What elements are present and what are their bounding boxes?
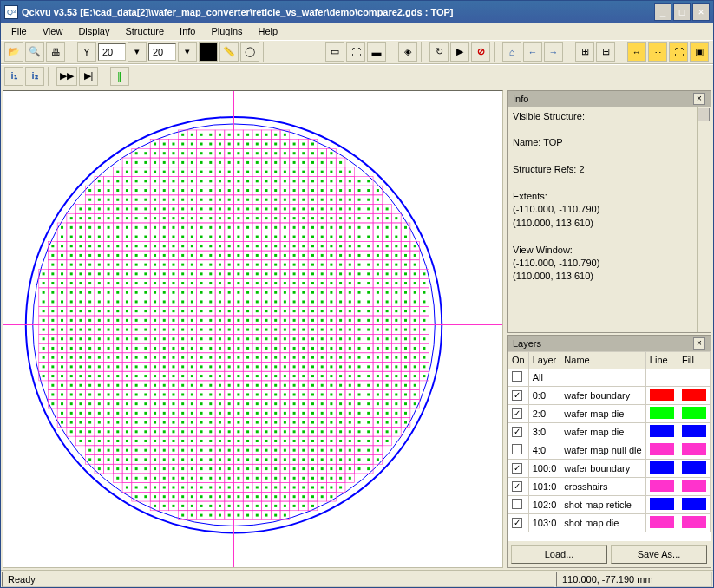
close-button[interactable]: ✕: [692, 3, 710, 21]
layers-col-fill[interactable]: Fill: [678, 351, 710, 369]
fast-end-icon[interactable]: ▶|: [79, 67, 98, 86]
line-swatch[interactable]: [650, 389, 674, 401]
fill-swatch[interactable]: [682, 389, 706, 401]
drawing-canvas[interactable]: [3, 90, 503, 568]
open-icon[interactable]: 📂: [4, 42, 23, 62]
line-swatch[interactable]: [650, 498, 674, 510]
minimize-button[interactable]: _: [654, 3, 671, 21]
rect-fill-icon[interactable]: ▬: [367, 42, 386, 62]
layers-stack-icon[interactable]: ◈: [398, 42, 417, 62]
layer-checkbox[interactable]: ✓: [512, 408, 522, 419]
home-icon[interactable]: ⌂: [502, 42, 521, 62]
fill-swatch[interactable]: [682, 443, 706, 455]
layer-checkbox[interactable]: [512, 371, 522, 382]
info-scrollbar[interactable]: [697, 107, 711, 332]
spin-b[interactable]: ▾: [178, 42, 197, 62]
svg-rect-1819: [274, 375, 277, 377]
line-swatch[interactable]: [650, 443, 674, 455]
rect-dotted-icon[interactable]: ⛶: [346, 42, 365, 62]
menu-plugins[interactable]: Plugins: [204, 24, 249, 38]
save-as-button[interactable]: Save As...: [611, 545, 707, 564]
fill-swatch[interactable]: [682, 407, 706, 419]
fill-swatch[interactable]: [682, 461, 706, 474]
menu-display[interactable]: Display: [71, 24, 116, 38]
zoom-icon[interactable]: 🔍: [25, 42, 44, 62]
layer-row[interactable]: 102:0shot map reticle: [508, 495, 711, 513]
menu-view[interactable]: View: [36, 24, 70, 38]
play-icon[interactable]: ▶: [450, 42, 469, 62]
info2-icon[interactable]: i₂: [25, 67, 44, 86]
rect-outline-icon[interactable]: ▭: [325, 42, 344, 62]
layer-row[interactable]: ✓2:0wafer map die: [508, 404, 711, 422]
layers-panel-title[interactable]: Layers ×: [508, 336, 711, 351]
layer-row[interactable]: ✓103:0shot map die: [508, 513, 711, 532]
zoom-out-icon[interactable]: ⊟: [596, 42, 615, 62]
svg-rect-2589: [367, 448, 370, 451]
svg-rect-1725: [265, 328, 267, 330]
layer-checkbox[interactable]: [512, 499, 522, 509]
layer-row[interactable]: All: [508, 369, 711, 386]
spin-a[interactable]: ▾: [128, 42, 147, 62]
line-swatch[interactable]: [650, 516, 674, 528]
svg-rect-521: [126, 430, 128, 433]
menu-info[interactable]: Info: [173, 24, 202, 38]
layer-checkbox[interactable]: ✓: [512, 427, 522, 437]
info-close-icon[interactable]: ×: [693, 93, 705, 105]
menu-structure[interactable]: Structure: [118, 24, 171, 38]
fill-swatch[interactable]: [682, 498, 706, 510]
fullscreen-icon[interactable]: ⛶: [669, 42, 688, 62]
layer-checkbox[interactable]: ✓: [512, 463, 522, 474]
line-swatch[interactable]: [650, 425, 674, 437]
layers-close-icon[interactable]: ×: [693, 337, 705, 350]
layer-row[interactable]: ✓3:0wafer map die: [508, 422, 711, 441]
svg-rect-2031: [302, 217, 305, 219]
bars-icon[interactable]: ‖: [110, 67, 129, 86]
layer-checkbox[interactable]: [512, 444, 522, 454]
dots-icon[interactable]: ∷: [648, 42, 667, 62]
layer-checkbox[interactable]: ✓: [512, 390, 522, 401]
menu-help[interactable]: Help: [252, 24, 285, 38]
fill-swatch[interactable]: [682, 480, 706, 492]
circle-icon[interactable]: ◯: [240, 42, 259, 62]
num-input-b[interactable]: 20: [148, 43, 176, 61]
layers-col-layer[interactable]: Layer: [528, 351, 560, 369]
layer-row[interactable]: ✓101:0crosshairs: [508, 477, 711, 495]
line-swatch[interactable]: [650, 461, 674, 474]
measure-h-icon[interactable]: ↔: [627, 42, 646, 62]
svg-rect-861: [172, 207, 174, 210]
layers-col-name[interactable]: Name: [560, 351, 645, 369]
layer-checkbox[interactable]: ✓: [512, 481, 522, 492]
print-icon[interactable]: 🖶: [46, 42, 65, 62]
refresh-icon[interactable]: ↻: [429, 42, 449, 62]
menu-file[interactable]: File: [4, 24, 34, 38]
fill-swatch[interactable]: [682, 425, 706, 437]
line-swatch[interactable]: [650, 480, 674, 492]
filter-icon[interactable]: Y: [77, 42, 96, 62]
svg-rect-931: [181, 152, 184, 154]
layer-row[interactable]: ✓0:0wafer boundary: [508, 386, 711, 404]
fit-icon[interactable]: ▣: [690, 42, 709, 62]
layer-id: 2:0: [528, 404, 560, 422]
ruler-icon[interactable]: 📏: [219, 42, 239, 62]
line-swatch[interactable]: [650, 407, 674, 419]
stop-icon[interactable]: ⊘: [471, 42, 490, 62]
nav-right-icon[interactable]: →: [544, 42, 563, 62]
layers-col-on[interactable]: On: [508, 351, 529, 369]
num-input-a[interactable]: 20: [98, 43, 126, 61]
nav-left-icon[interactable]: ←: [523, 42, 542, 62]
layer-row[interactable]: ✓100:0wafer boundary: [508, 459, 711, 477]
layer-checkbox[interactable]: ✓: [512, 518, 522, 528]
load-button[interactable]: Load...: [511, 545, 607, 564]
maximize-button[interactable]: □: [673, 3, 691, 21]
fill-swatch[interactable]: [682, 516, 706, 528]
layer-row[interactable]: 4:0wafer map null die: [508, 441, 711, 459]
color-swatch[interactable]: [199, 42, 218, 62]
svg-rect-547: [135, 207, 138, 210]
layers-col-line[interactable]: Line: [645, 351, 678, 369]
title-bar[interactable]: Q³ Qckvu v3.53 [E:\cad_data[2]\wafer_map…: [1, 1, 713, 23]
svg-rect-1739: [265, 393, 267, 395]
info-panel-title[interactable]: Info ×: [508, 91, 711, 107]
info1-icon[interactable]: i₁: [4, 67, 23, 86]
fast-fwd-icon[interactable]: ▶▶: [56, 67, 77, 86]
zoom-in-icon[interactable]: ⊞: [575, 42, 594, 62]
